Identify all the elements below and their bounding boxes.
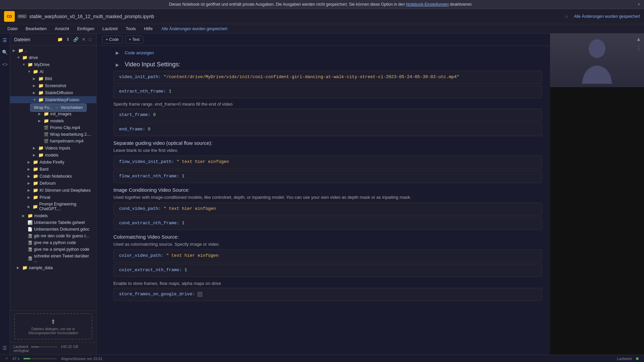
folder-icon: 📁 bbox=[33, 69, 38, 74]
code-snippets-icon[interactable]: <> bbox=[1, 60, 9, 68]
tree-item-drive[interactable]: ▼ 📁 drive bbox=[10, 54, 96, 61]
menu-einfuegen[interactable]: Einfügen bbox=[74, 25, 98, 33]
tree-item-models-mydrive[interactable]: ▶ 📁 models bbox=[10, 212, 96, 219]
tree-item-promo-clip[interactable]: ▶ 🎬 Promo Clip.mp4 bbox=[10, 124, 96, 131]
tree-item-screenshot[interactable]: ▶ 📁 Screenshot bbox=[10, 82, 96, 89]
chevron-icon: ▶ bbox=[28, 195, 32, 199]
menu-laufzeit[interactable]: Laufzeit bbox=[99, 25, 121, 33]
code-number: 1 bbox=[184, 267, 187, 273]
notebook-settings-link[interactable]: Notebook-Einstellungen bbox=[406, 2, 449, 7]
chevron-icon: ▼ bbox=[17, 56, 21, 59]
tree-item-label: StableWarpFusion bbox=[45, 98, 79, 102]
folder-icon: 📁 bbox=[18, 48, 23, 53]
sidebar-header: Dateien 📁 ⬆ 🔗 ✕ □ bbox=[10, 34, 96, 46]
tree-item-give-python[interactable]: ▶ 📓 give me a python code bbox=[10, 239, 96, 246]
webcam-feed bbox=[550, 34, 644, 87]
code-number: 1 bbox=[169, 89, 171, 94]
folder-icon: 📁 bbox=[33, 174, 38, 179]
code-string: " text hier einfügen bbox=[166, 253, 218, 258]
cell-content: cond_video_path: " text hier einfügen bbox=[113, 202, 542, 216]
cell-store-frames: store_frames_on_google_drive: bbox=[97, 287, 550, 302]
tree-item-mydrive[interactable]: ▼ 📁 MyDrive bbox=[10, 61, 96, 68]
tree-item-prompt-engineering[interactable]: ▶ 📁 Prompt Engineering ChatGPT,... bbox=[10, 201, 96, 212]
tree-item-deforum[interactable]: ▶ 📁 Deforum bbox=[10, 180, 96, 187]
upload-file-icon[interactable]: ⬆ bbox=[65, 36, 70, 43]
menu-datei[interactable]: Datei bbox=[4, 25, 21, 33]
tree-item-ki-stimmen[interactable]: ▶ 📁 KI Stimmen und Deepfakes bbox=[10, 187, 96, 194]
code-key: store_frames_on_google_drive: bbox=[119, 292, 198, 297]
chevron-icon: ▼ bbox=[22, 63, 26, 66]
code-string: "/content/drive/MyDrive/vids/init/cool-c… bbox=[164, 74, 460, 79]
settings-icon[interactable]: ☰ bbox=[1, 344, 8, 352]
add-code-btn[interactable]: + Code bbox=[102, 36, 122, 44]
tree-item-bard[interactable]: ▶ 📁 Bard bbox=[10, 166, 96, 173]
tree-item-models-inner[interactable]: ▶ 📁 models bbox=[10, 117, 96, 124]
show-code-row: ▶ Code anzeigen bbox=[97, 46, 550, 58]
tree-item-label: Bild bbox=[45, 76, 52, 81]
star-icon[interactable]: ☆ bbox=[565, 14, 569, 19]
menu-tools[interactable]: Tools bbox=[122, 25, 139, 33]
tree-item-colab-notebooks[interactable]: ▶ 📁 Colab Notebooks bbox=[10, 173, 96, 180]
upload-drop-zone[interactable]: ⬆ Dateien ablegen, um sie in Sitzungsspe… bbox=[14, 313, 92, 340]
tree-item-label: gib mir den code für guess t... bbox=[34, 234, 89, 238]
tree-item-sampledata[interactable]: ▶ 📁 sample_data bbox=[10, 264, 96, 271]
tree-item-images[interactable]: ▶ 📁 images bbox=[10, 103, 96, 110]
notification-text-after: deaktivieren. bbox=[450, 2, 473, 7]
tree-item-privat[interactable]: ▶ 📁 Privat bbox=[10, 194, 96, 201]
maximize-icon[interactable]: □ bbox=[88, 36, 92, 43]
chevron-icon: ▶ bbox=[33, 84, 37, 87]
description-text: Used together with image-conditioned mod… bbox=[113, 193, 411, 202]
run-btn[interactable]: ▶ bbox=[113, 49, 121, 57]
folder-icon: 📁 bbox=[33, 204, 38, 209]
cell-color-video: color_video_path: " text hier einfügen bbox=[97, 249, 550, 263]
tree-item-ai[interactable]: ▼ 📁 AI bbox=[10, 68, 96, 75]
svg-point-0 bbox=[589, 39, 605, 58]
more-options-icon[interactable]: ⋮ bbox=[636, 45, 641, 51]
tree-item-stablewarpfusion[interactable]: ▼ 📁 StableWarpFusion Wrap Fu... → Versch… bbox=[10, 96, 96, 103]
tree-item-give-simpel[interactable]: ▶ 📓 give me a simpel python code bbox=[10, 246, 96, 253]
tree-item-stablediffusion[interactable]: ▶ 📁 StableDiffusion bbox=[10, 89, 96, 96]
files-icon[interactable]: ☰ bbox=[1, 36, 8, 44]
store-frames-checkbox[interactable] bbox=[198, 292, 202, 297]
tree-item-bild[interactable]: ▶ 📁 Bild bbox=[10, 75, 96, 82]
menu-bearbeiten[interactable]: Bearbeiten bbox=[22, 25, 50, 33]
chevron-icon: ▶ bbox=[38, 105, 42, 109]
folder-icon: 📁 bbox=[44, 111, 49, 116]
refresh-icon[interactable]: 🔗 bbox=[72, 36, 79, 43]
tree-item-hampelmann[interactable]: ▶ 🎬 hampelmann.mp4 bbox=[10, 138, 96, 144]
tree-item-dotdot[interactable]: ▶ 📁 .. bbox=[10, 47, 96, 54]
code-number: 0 bbox=[148, 127, 151, 132]
chevron-icon: ▶ bbox=[33, 146, 37, 150]
color-match-desc: Used as colormatching source. Specify im… bbox=[97, 240, 550, 249]
tree-item-adobefirefly[interactable]: ▶ 📁 Adobe Firefly bbox=[10, 159, 96, 166]
menu-ansicht[interactable]: Ansicht bbox=[51, 25, 72, 33]
tree-item-dokument[interactable]: ▶ 📄 Unbenanntes Dokument.gdoc bbox=[10, 226, 96, 233]
close-sidebar-icon[interactable]: ✕ bbox=[81, 36, 86, 43]
tree-item-tabelle[interactable]: ▶ 📊 Unbenannte Tabelle.gsheet bbox=[10, 219, 96, 226]
notification-close-btn[interactable]: × bbox=[638, 2, 640, 7]
menu-hilfe[interactable]: Hilfe bbox=[141, 25, 156, 33]
chevron-icon: ▶ bbox=[28, 181, 32, 185]
tree-item-gib[interactable]: ▶ 📓 gib mir den code für guess t... bbox=[10, 233, 96, 239]
code-number: 1 bbox=[182, 174, 184, 179]
description-text: Specify frame range. end_frame=0 means f… bbox=[113, 100, 232, 109]
new-folder-icon[interactable]: 📁 bbox=[57, 36, 63, 43]
code-key: color_video_path: bbox=[119, 253, 166, 258]
tree-item-schreibe[interactable]: ▶ 📓 schreibe einen Tweet darüber ... bbox=[10, 253, 96, 264]
tree-item-init-images[interactable]: ▶ 📁 init_images bbox=[10, 110, 96, 117]
add-text-btn[interactable]: + Text bbox=[125, 36, 143, 44]
tree-item-videos-inputs[interactable]: ▶ 📁 Videos Inputs bbox=[10, 144, 96, 152]
tree-item-label: Screenshot bbox=[45, 83, 66, 88]
tree-item-models-ai[interactable]: ▶ 📁 models bbox=[10, 152, 96, 159]
cell-cond-video: cond_video_path: " text hier einfügen bbox=[97, 202, 550, 216]
cell-start-frame: start_frame: 0 bbox=[97, 108, 550, 122]
search-icon[interactable]: 🔍 bbox=[1, 48, 9, 56]
section-heading: Image Conditioning Video Source: bbox=[113, 183, 190, 194]
status-timing: 47 s bbox=[12, 357, 19, 361]
show-code-link[interactable]: Code anzeigen bbox=[125, 50, 154, 55]
section-run-btn[interactable]: ▶ bbox=[113, 61, 121, 69]
chevron-up-icon[interactable]: ▲ bbox=[636, 36, 641, 42]
tree-item-label: init_images bbox=[50, 112, 71, 116]
tree-item-wrap-bearbeitung[interactable]: ▶ 🎬 Wrap bearbeitung 2.... bbox=[10, 131, 96, 138]
code-number: 0 bbox=[153, 112, 156, 117]
